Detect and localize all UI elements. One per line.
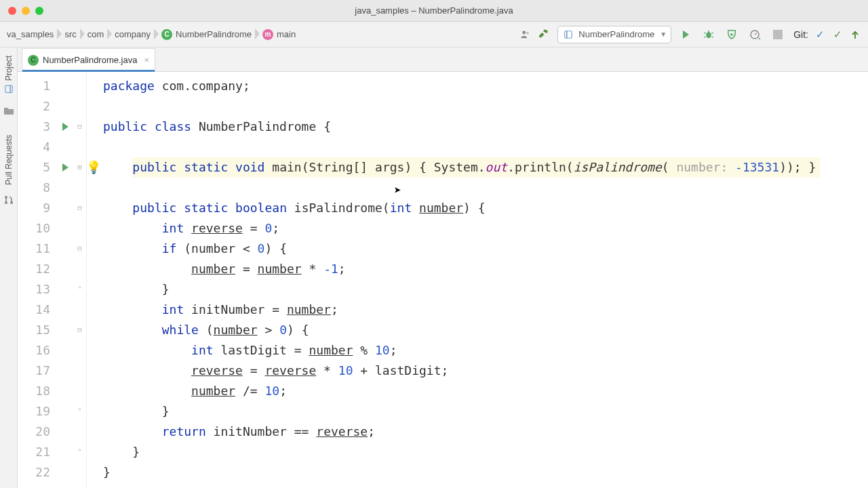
code-line[interactable]: number = number * -1; [103, 259, 820, 279]
window-titlebar: java_samples – NumberPalindrome.java [0, 0, 868, 22]
folder-icon[interactable] [3, 105, 14, 116]
class-icon: C [161, 29, 172, 40]
code-line[interactable] [103, 96, 820, 117]
project-tool-label: Project [4, 56, 14, 81]
method-icon: m [262, 29, 273, 40]
traffic-lights [0, 7, 43, 15]
git-push-icon[interactable] [846, 26, 864, 43]
code-line[interactable]: } [103, 462, 820, 483]
left-tool-rail: Project Pull Requests [0, 47, 18, 488]
run-configuration-selector[interactable]: NumberPalindrome ▼ [557, 26, 671, 43]
minimize-window-button[interactable] [22, 7, 30, 15]
fold-collapse-icon[interactable]: ⊟ [77, 198, 82, 218]
svg-rect-10 [5, 85, 12, 93]
stop-button[interactable] [769, 26, 787, 43]
breadcrumb-segment[interactable]: src [58, 22, 80, 47]
fold-collapse-icon[interactable]: ⊟ [77, 239, 82, 259]
zoom-window-button[interactable] [35, 7, 43, 15]
svg-point-5 [706, 32, 711, 38]
pull-request-icon[interactable] [3, 195, 14, 205]
breadcrumb-segment[interactable]: mmain [256, 22, 300, 47]
code-line[interactable]: if (number < 0) { [103, 239, 820, 259]
code-content[interactable]: package com.company; public class Number… [100, 72, 828, 488]
code-line[interactable] [103, 178, 820, 198]
code-line[interactable]: number /= 10; [103, 381, 820, 401]
breadcrumb-label: com [87, 29, 104, 39]
svg-rect-2 [543, 29, 548, 33]
line-number-gutter: 12345891011121314151617181920212223 [18, 72, 57, 488]
breadcrumb-segment[interactable]: com [81, 22, 108, 47]
window-title: java_samples – NumberPalindrome.java [0, 5, 868, 16]
svg-marker-8 [759, 37, 761, 39]
debug-button[interactable] [700, 26, 717, 43]
svg-rect-3 [565, 30, 572, 38]
class-file-icon: C [28, 55, 39, 66]
run-configuration-name: NumberPalindrome [578, 29, 654, 39]
code-line[interactable]: while (number > 0) { [103, 320, 820, 340]
run-gutter [57, 72, 73, 488]
close-tab-icon[interactable]: × [144, 55, 149, 65]
code-line[interactable]: public static void main(String[] args) {… [103, 157, 820, 178]
close-window-button[interactable] [8, 7, 16, 15]
code-line[interactable]: public class NumberPalindrome { [103, 117, 820, 137]
svg-marker-6 [731, 33, 734, 36]
code-line[interactable]: } [103, 442, 820, 462]
code-line[interactable]: } [103, 279, 820, 300]
svg-point-0 [523, 30, 526, 34]
intention-bulb-icon[interactable]: 💡 [86, 157, 101, 178]
git-commit-icon[interactable]: ✓ [829, 26, 846, 43]
breadcrumb-label: src [64, 29, 76, 39]
breadcrumb-label: va_samples [7, 29, 54, 39]
build-hammer-icon[interactable] [534, 26, 552, 43]
project-tool-tab[interactable]: Project [3, 52, 14, 98]
breadcrumb-label: main [277, 29, 296, 39]
fold-expand-icon[interactable]: ⊞ [77, 157, 82, 178]
fold-end-icon[interactable]: ⌃ [77, 279, 82, 300]
breadcrumb-segment[interactable]: CNumberPalindrome [155, 22, 256, 47]
code-line[interactable]: int initNumber = number; [103, 300, 820, 320]
code-line[interactable]: } [103, 401, 820, 422]
svg-point-1 [527, 31, 530, 34]
code-with-me-icon[interactable] [517, 26, 534, 43]
editor-area: C NumberPalindrome.java × 12345891011121… [18, 47, 868, 488]
fold-collapse-icon[interactable]: ⊟ [77, 117, 82, 137]
editor-tabbar: C NumberPalindrome.java × [18, 47, 868, 72]
run-with-coverage-button[interactable] [723, 26, 741, 43]
pull-requests-label: Pull Requests [4, 135, 14, 185]
fold-collapse-icon[interactable]: ⊟ [77, 320, 82, 340]
run-button[interactable] [677, 26, 694, 43]
svg-point-13 [5, 201, 7, 204]
fold-gutter: ⊟⊞⊟⊟⌃⊟⌃⌃ [73, 72, 87, 488]
fold-end-icon[interactable]: ⌃ [77, 442, 82, 462]
editor-tab-label: NumberPalindrome.java [43, 55, 137, 65]
breadcrumb-segment[interactable]: company [108, 22, 155, 47]
code-line[interactable]: package com.company; [103, 76, 820, 96]
pull-requests-tool-tab[interactable]: Pull Requests [4, 131, 14, 189]
fold-end-icon[interactable]: ⌃ [77, 401, 82, 422]
run-toolbar-group [677, 26, 787, 43]
breadcrumb-segment[interactable]: va_samples [0, 22, 58, 47]
code-editor[interactable]: 12345891011121314151617181920212223 ⊟⊞⊟⊟… [18, 72, 868, 488]
intention-gutter: 💡 [87, 72, 100, 488]
svg-rect-4 [566, 30, 568, 38]
code-line[interactable]: int reverse = 0; [103, 218, 820, 239]
code-line[interactable]: public static boolean isPalindrome(int n… [103, 198, 820, 218]
svg-rect-9 [773, 30, 783, 39]
run-gutter-icon[interactable] [62, 123, 68, 131]
editor-tab[interactable]: C NumberPalindrome.java × [22, 48, 155, 71]
breadcrumb-label: NumberPalindrome [176, 29, 252, 39]
profiler-button[interactable] [746, 26, 764, 43]
chevron-down-icon: ▼ [660, 30, 667, 38]
code-line[interactable] [103, 137, 820, 157]
run-gutter-icon[interactable] [62, 163, 68, 171]
code-line[interactable]: reverse = reverse * 10 + lastDigit; [103, 361, 820, 381]
breadcrumb-label: company [115, 29, 151, 39]
code-line[interactable] [103, 483, 820, 488]
git-update-icon[interactable]: ✓ [811, 26, 829, 43]
code-line[interactable]: int lastDigit = number % 10; [103, 340, 820, 361]
project-icon [3, 83, 14, 94]
main-toolbar: va_samplessrccomcompanyCNumberPalindrome… [0, 22, 868, 47]
breadcrumb: va_samplessrccomcompanyCNumberPalindrome… [0, 22, 300, 47]
main-area: Project Pull Requests C NumberPalindrome… [0, 47, 868, 488]
code-line[interactable]: return initNumber == reverse; [103, 422, 820, 442]
